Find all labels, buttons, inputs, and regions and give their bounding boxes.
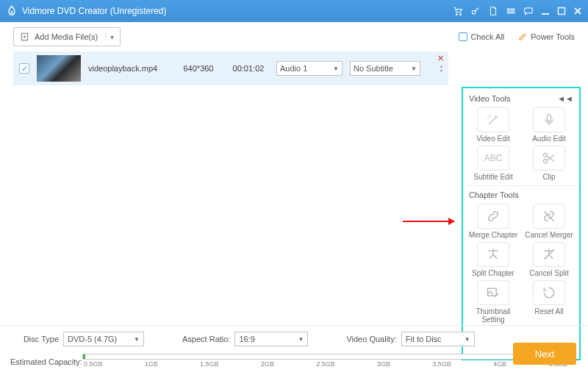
thumbnail-setting-button[interactable] bbox=[477, 280, 509, 305]
bottom-bar: Disc Type DVD-5 (4.7G)▼ Aspect Ratio: 16… bbox=[0, 325, 588, 378]
clip-label: Clip bbox=[542, 173, 555, 181]
power-tools-label: Power Tools bbox=[531, 32, 575, 41]
feedback-icon[interactable] bbox=[523, 6, 534, 16]
cancel-merger-button[interactable] bbox=[533, 204, 565, 229]
svg-rect-5 bbox=[525, 8, 533, 13]
cart-icon[interactable] bbox=[453, 6, 463, 16]
cancel-split-icon bbox=[542, 247, 556, 262]
video-edit-label: Video Edit bbox=[476, 135, 509, 143]
svg-point-1 bbox=[460, 14, 462, 15]
audio-edit-label: Audio Edit bbox=[532, 135, 566, 143]
svg-point-2 bbox=[472, 10, 476, 14]
key-icon[interactable] bbox=[470, 6, 481, 16]
svg-rect-13 bbox=[548, 115, 551, 121]
reorder-handle[interactable]: ▲▼ bbox=[439, 63, 444, 74]
app-logo-icon bbox=[6, 5, 18, 17]
check-all-label: Check All bbox=[470, 32, 504, 41]
add-media-button[interactable]: Add Media File(s) ▾ bbox=[13, 27, 121, 46]
video-tools-title: Video Tools bbox=[469, 94, 510, 103]
aspect-ratio-label: Aspect Ratio: bbox=[182, 335, 230, 343]
resolution-label: 640*360 bbox=[176, 64, 220, 73]
merge-chapter-label: Merge Chapter bbox=[469, 231, 518, 239]
check-all-toggle[interactable]: Check All bbox=[459, 32, 504, 41]
add-media-label: Add Media File(s) bbox=[35, 32, 98, 41]
checkbox-icon bbox=[459, 32, 467, 41]
capacity-tick: 2GB bbox=[261, 360, 274, 368]
settings-icon[interactable] bbox=[506, 6, 516, 16]
next-button[interactable]: Next bbox=[513, 343, 576, 365]
disc-type-select[interactable]: DVD-5 (4.7G)▼ bbox=[63, 332, 144, 346]
split-icon bbox=[486, 247, 501, 262]
audio-edit-button[interactable] bbox=[533, 107, 565, 132]
svg-rect-7 bbox=[559, 8, 565, 15]
capacity-tick: 4GB bbox=[493, 360, 506, 368]
link-icon bbox=[486, 209, 501, 224]
power-tools-button[interactable]: Power Tools bbox=[517, 32, 575, 42]
capacity-fill bbox=[83, 354, 85, 359]
annotation-arrow bbox=[403, 221, 454, 222]
image-edit-icon bbox=[486, 285, 501, 300]
plus-file-icon bbox=[20, 32, 30, 42]
wand-icon bbox=[486, 113, 501, 127]
close-icon[interactable] bbox=[573, 7, 582, 15]
capacity-tick: 2.5GB bbox=[316, 360, 335, 368]
thumbnail-setting-label: Thumbnail Setting bbox=[476, 307, 511, 324]
capacity-tick: 0.5GB bbox=[84, 360, 103, 368]
video-quality-select[interactable]: Fit to Disc▼ bbox=[401, 332, 475, 346]
svg-rect-3 bbox=[507, 9, 514, 10]
subtitle-select[interactable]: No Subtitle▼ bbox=[350, 61, 420, 76]
reset-all-button[interactable] bbox=[533, 280, 565, 305]
merge-chapter-button[interactable] bbox=[477, 204, 509, 229]
collapse-panel-icon[interactable]: ◄◄ bbox=[557, 94, 573, 103]
file-icon[interactable] bbox=[488, 6, 498, 16]
chevron-down-icon: ▼ bbox=[411, 65, 417, 72]
abc-icon: ABC bbox=[484, 153, 503, 163]
scissors-icon bbox=[542, 151, 556, 165]
unlink-icon bbox=[542, 209, 556, 224]
video-edit-button[interactable] bbox=[477, 107, 509, 132]
capacity-bar: 0.5GB1GB1.5GB2GB2.5GB3GB3.5GB4GB4.5GB bbox=[82, 354, 569, 370]
chevron-down-icon: ▾ bbox=[105, 33, 114, 41]
chevron-down-icon: ▼ bbox=[333, 65, 339, 72]
microphone-icon bbox=[542, 113, 556, 127]
window-title: Vidmore DVD Creator (Unregistered) bbox=[22, 6, 453, 16]
capacity-tick: 1.5GB bbox=[200, 360, 219, 368]
split-chapter-button[interactable] bbox=[477, 242, 509, 267]
chapter-tools-title: Chapter Tools bbox=[469, 190, 519, 199]
capacity-tick: 3GB bbox=[377, 360, 390, 368]
maximize-icon[interactable] bbox=[557, 7, 566, 15]
subtitle-edit-label: Subtitle Edit bbox=[473, 173, 512, 181]
svg-point-0 bbox=[456, 14, 457, 15]
capacity-tick: 3.5GB bbox=[432, 360, 451, 368]
clip-button[interactable] bbox=[533, 146, 565, 171]
filename-label: videoplayback.mp4 bbox=[88, 64, 169, 73]
disc-type-label: Disc Type bbox=[10, 335, 59, 343]
capacity-label: Estimated Capacity: bbox=[10, 357, 82, 366]
cancel-merger-label: Cancel Merger bbox=[525, 231, 573, 239]
video-quality-label: Video Quality: bbox=[346, 335, 396, 343]
svg-rect-4 bbox=[507, 12, 514, 13]
reset-icon bbox=[542, 285, 556, 300]
row-checkbox[interactable]: ✓ bbox=[19, 63, 29, 74]
duration-label: 00:01:02 bbox=[228, 64, 269, 73]
reset-all-label: Reset All bbox=[534, 307, 563, 315]
split-chapter-label: Split Chapter bbox=[472, 269, 514, 277]
cancel-split-button[interactable] bbox=[533, 242, 565, 267]
audio-track-select[interactable]: Audio 1▼ bbox=[276, 61, 343, 76]
cancel-split-label: Cancel Split bbox=[529, 269, 568, 277]
remove-row-button[interactable]: ✕ bbox=[437, 54, 444, 63]
minimize-icon[interactable] bbox=[541, 7, 550, 15]
video-thumbnail bbox=[37, 55, 81, 82]
file-row[interactable]: ✓ videoplayback.mp4 640*360 00:01:02 Aud… bbox=[13, 51, 448, 85]
subtitle-edit-button[interactable]: ABC bbox=[477, 146, 509, 171]
tools-icon bbox=[517, 32, 528, 42]
capacity-tick: 1GB bbox=[145, 360, 158, 368]
aspect-ratio-select[interactable]: 16:9▼ bbox=[234, 332, 308, 346]
toolbar: Add Media File(s) ▾ Check All Power Tool… bbox=[0, 22, 588, 51]
titlebar: Vidmore DVD Creator (Unregistered) bbox=[0, 0, 588, 22]
tools-panel: Video Tools ◄◄ Video Edit Audio Edit ABC… bbox=[462, 87, 581, 360]
